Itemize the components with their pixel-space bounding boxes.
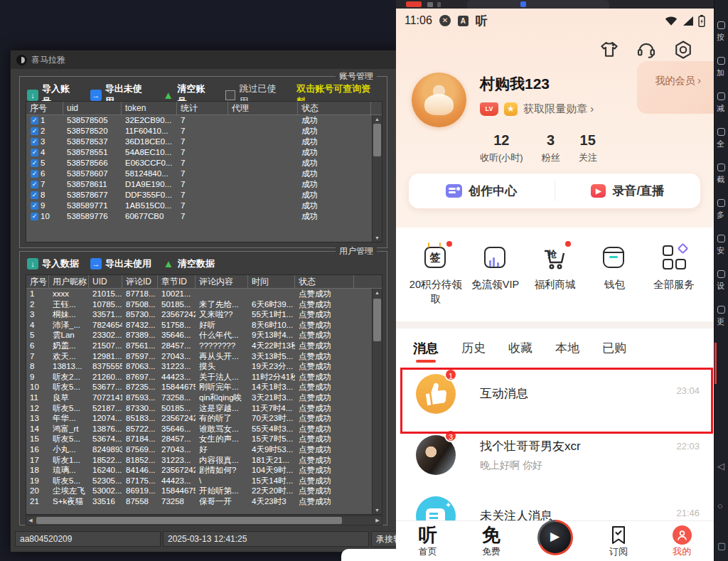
scroll-down-icon[interactable]: ▼: [373, 506, 382, 514]
profile-avatar[interactable]: [412, 73, 466, 127]
user-row[interactable]: 3桐妹...33571...85730...23567242又来啦??55天1时…: [26, 309, 373, 320]
home-icon[interactable]: ○: [717, 501, 723, 511]
record-live-button[interactable]: ▶ 录音/直播: [555, 173, 701, 208]
account-row[interactable]: ✓153857850532E2CB90...7成功: [26, 115, 373, 126]
service-wallet[interactable]: 钱包: [584, 243, 644, 321]
get-medal-link[interactable]: 获取限量勋章 ›: [523, 102, 594, 116]
user-row[interactable]: 21S+k夜猫335168755873258保哥一开4天23时3点赞成功: [26, 496, 373, 507]
scroll-up-icon[interactable]: ▲: [373, 289, 382, 296]
service-all-services[interactable]: 全部服务: [644, 243, 704, 321]
user-table-hscrollbar[interactable]: ◀ ▶: [26, 515, 382, 525]
account-row[interactable]: ✓8538578677DDF355F0...7成功: [26, 190, 373, 201]
column-header-1[interactable]: 序号: [26, 102, 63, 114]
recents-icon[interactable]: ▢: [717, 540, 726, 551]
user-row[interactable]: 9听友2...21260...87697...44423...关于法人...11…: [26, 372, 373, 383]
dress-up-icon[interactable]: [599, 39, 620, 60]
emulator-tab-bar[interactable]: [396, 0, 714, 9]
row-checkbox-icon[interactable]: ✓: [31, 159, 38, 167]
column-header-2[interactable]: 用户昵称: [49, 275, 89, 288]
column-header-3[interactable]: token: [122, 102, 177, 114]
service-welfare-mall[interactable]: 抢福利商城: [525, 243, 585, 321]
scroll-down-icon[interactable]: ▼: [373, 234, 382, 242]
row-checkbox-icon[interactable]: ✓: [31, 181, 38, 188]
nav-免费[interactable]: 免免费: [459, 521, 523, 561]
sidebar-tool-加[interactable]: 加: [717, 57, 728, 78]
sidebar-tool-更[interactable]: 更: [717, 306, 728, 327]
user-row[interactable]: 4沛泽_...7824654887432...51758...好听8天6时10.…: [26, 320, 373, 331]
import-data-button[interactable]: ↓ 导入数据: [27, 257, 79, 270]
column-header-5[interactable]: 章节ID: [158, 275, 196, 288]
user-row[interactable]: 14鸿富_rt13876...85722...35646...谁敢骂女...55…: [26, 424, 373, 434]
account-row[interactable]: ✓453857855154A8EC10...7成功: [26, 147, 373, 158]
sidebar-tool-安[interactable]: 安: [717, 235, 728, 256]
user-row[interactable]: 7欢天...12981...87597...27043...再从头开...3天1…: [26, 351, 373, 362]
sidebar-tool-全[interactable]: 全: [717, 128, 728, 149]
level-badge-icon[interactable]: LV: [480, 102, 498, 116]
export-unused-data-button[interactable]: → 导出未使用: [90, 257, 151, 270]
message-row[interactable]: 1互动消息23:04: [396, 364, 714, 425]
tab-收藏[interactable]: 收藏: [508, 340, 532, 364]
sidebar-tool-多[interactable]: 多: [717, 199, 728, 220]
tab-消息[interactable]: 消息: [413, 340, 439, 364]
user-row[interactable]: 17听友1...18522...81852...31223...内容很真...1…: [26, 455, 373, 466]
tab-已购[interactable]: 已购: [602, 340, 626, 364]
now-playing-disc-icon[interactable]: [537, 520, 573, 555]
tab-本地[interactable]: 本地: [555, 340, 579, 364]
row-checkbox-icon[interactable]: ✓: [31, 170, 38, 178]
my-membership-link[interactable]: 我的会员 ›: [655, 75, 701, 87]
scrollbar-thumb[interactable]: [373, 124, 381, 156]
clear-data-button[interactable]: ▲ 清空数据: [163, 257, 215, 270]
column-header-4[interactable]: 评论ID: [122, 275, 158, 288]
user-row[interactable]: 18琉璃...16240...84146...23567242剧情如何?104天…: [26, 465, 373, 476]
account-row[interactable]: ✓353857853736D18CE0...7成功: [26, 137, 373, 147]
stat-item[interactable]: 15关注: [579, 132, 597, 164]
sidebar-tool-截[interactable]: 截: [717, 164, 728, 185]
scrollbar-thumb[interactable]: [36, 517, 342, 524]
emulator-active-tab[interactable]: [467, 0, 609, 9]
user-row[interactable]: 15听友5...53674...87184...28457...女生的声...1…: [26, 434, 373, 444]
user-table-vscrollbar[interactable]: ▲ ▼: [372, 289, 382, 514]
settings-gear-icon[interactable]: [673, 39, 694, 60]
badge-row[interactable]: LV ★ 获取限量勋章 ›: [480, 102, 594, 116]
username[interactable]: 村购我123: [480, 74, 550, 94]
column-header-6[interactable]: 评论内容: [196, 275, 248, 288]
row-checkbox-icon[interactable]: ✓: [31, 127, 38, 135]
service-free-data-vip[interactable]: 免流领VIP: [466, 243, 525, 321]
stat-item[interactable]: 3粉丝: [542, 132, 560, 164]
sidebar-tool-减[interactable]: 减: [717, 92, 728, 114]
user-row[interactable]: 19听友5...52305...87175...44423...\15天14时.…: [26, 476, 373, 486]
checkbox-icon[interactable]: [225, 90, 235, 100]
tab-历史[interactable]: 历史: [461, 340, 486, 364]
message-row[interactable]: 3找个壮哥哥男友xcr晚上好啊 你好22:03: [396, 425, 714, 486]
scroll-left-icon[interactable]: ◀: [26, 516, 35, 525]
sidebar-tool-设[interactable]: 设: [717, 270, 728, 292]
user-row[interactable]: 12听友5...52187...87330...50185...这是穿越...1…: [26, 403, 373, 414]
stat-item[interactable]: 12收听(小时): [480, 132, 523, 164]
row-checkbox-icon[interactable]: ✓: [31, 149, 38, 156]
column-header-5[interactable]: 代理: [228, 102, 298, 114]
nav-订阅[interactable]: 订阅: [587, 521, 650, 561]
column-header-1[interactable]: 序号: [26, 275, 49, 288]
back-icon[interactable]: ◁: [717, 461, 724, 471]
row-checkbox-icon[interactable]: ✓: [31, 213, 38, 220]
user-row[interactable]: 10听友5...53677...87235...15844675刚听完年...1…: [26, 382, 373, 392]
user-row[interactable]: 813813...8375555787063...31223...摸头19天23…: [26, 361, 373, 372]
column-header-3[interactable]: UID: [89, 275, 122, 288]
account-row[interactable]: ✓653857860758124840...7成功: [26, 169, 373, 179]
scroll-right-icon[interactable]: ▶: [373, 516, 382, 525]
user-row[interactable]: 1xxxx21015...87718...10021...点赞成功: [26, 289, 373, 299]
customer-service-headset-icon[interactable]: [636, 39, 657, 60]
user-row[interactable]: 5雲Lan23302...87389...35646...什么年代...9天13…: [26, 330, 373, 341]
account-row[interactable]: ✓1053858977660677CB07成功: [26, 211, 373, 222]
service-signin-calendar[interactable]: 签20积分待领取: [406, 243, 466, 321]
account-table-vscrollbar[interactable]: ▲ ▼: [372, 115, 382, 242]
account-row[interactable]: ✓95385897711AB515C0...7成功: [26, 201, 373, 211]
user-row[interactable]: 13年华...12074...85183...23567242有的听了70天23…: [26, 413, 373, 424]
user-row[interactable]: 20尘埃左飞53002...86919...15844675开始听第...22天…: [26, 486, 373, 496]
user-row[interactable]: 11良草7072141887593...73258...qin和qing唉3天2…: [26, 392, 373, 403]
account-row[interactable]: ✓253857852011F60410...7成功: [26, 126, 373, 137]
column-header-4[interactable]: 统计: [177, 102, 228, 114]
user-row[interactable]: 6奶盖...21507...87561...28457...????????4天…: [26, 341, 373, 351]
column-header-6[interactable]: 状态: [298, 102, 371, 114]
row-checkbox-icon[interactable]: ✓: [31, 191, 38, 199]
